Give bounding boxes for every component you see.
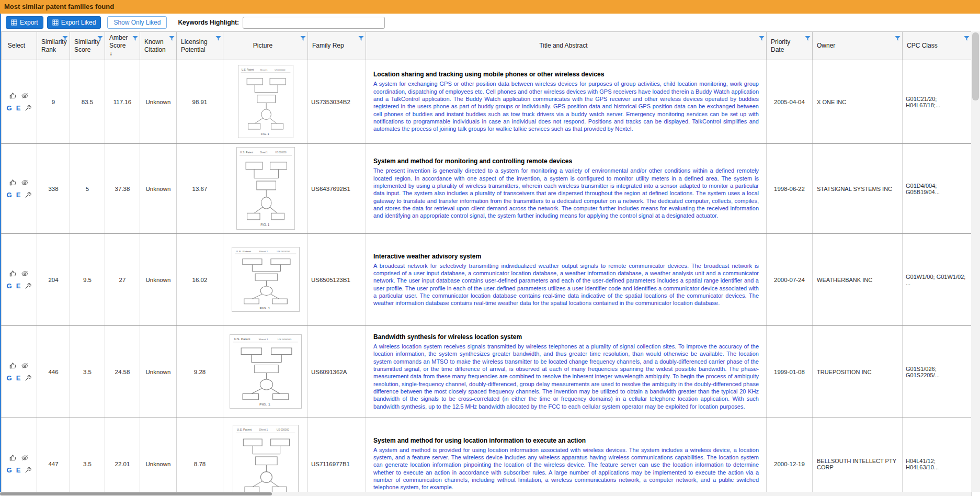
- picture-cell: U.S. Patent Sheet 1 US 000000: [223, 418, 308, 496]
- table-row: G E 447 3.5: [2, 418, 972, 496]
- patent-title: Bandwidth synthesis for wireless locatio…: [373, 333, 759, 341]
- amber-score-value: 37.38: [105, 144, 140, 234]
- export-spreadsheet-icon: [11, 19, 17, 26]
- vertical-scrollbar[interactable]: [971, 31, 980, 492]
- eye-off-icon[interactable]: [21, 92, 29, 99]
- column-header-select[interactable]: Select: [2, 32, 37, 60]
- espacenet-link[interactable]: E: [16, 374, 21, 382]
- espacenet-link[interactable]: E: [16, 104, 21, 112]
- page-title: Most similar patent families found: [0, 0, 980, 14]
- patent-drawing-thumbnail[interactable]: U.S. Patent Sheet 1 US 000000: [233, 425, 299, 496]
- espacenet-link[interactable]: E: [16, 466, 21, 474]
- filter-icon[interactable]: [358, 36, 364, 41]
- column-header-priority-date[interactable]: Priority Date: [767, 32, 813, 60]
- known-citation-value: Unknown: [140, 326, 177, 418]
- similarity-rank-value: 204: [37, 234, 70, 326]
- patent-drawing-thumbnail[interactable]: U.S. Patent Sheet 1 US 000000: [238, 65, 293, 138]
- column-header-similarity-rank[interactable]: Similarity Rank: [37, 32, 70, 60]
- cpc-class-value: G01C21/20; H04L67/18;...: [903, 60, 972, 144]
- show-only-liked-label: Show Only Liked: [113, 19, 161, 26]
- filter-icon[interactable]: [964, 36, 970, 41]
- google-patents-link[interactable]: G: [7, 466, 12, 474]
- similarity-score-value: 3.5: [70, 326, 105, 418]
- eye-off-icon[interactable]: [21, 179, 29, 186]
- google-patents-link[interactable]: G: [7, 282, 12, 290]
- patent-title: Interactive weather advisory system: [373, 253, 759, 260]
- filter-icon[interactable]: [895, 36, 901, 41]
- svg-text:Sheet 1: Sheet 1: [260, 151, 268, 153]
- tools-icon[interactable]: [25, 283, 31, 289]
- horizontal-scrollbar[interactable]: [0, 492, 971, 496]
- filter-icon[interactable]: [97, 36, 103, 41]
- similarity-score-value: 9.5: [70, 234, 105, 326]
- svg-text:Sheet 1: Sheet 1: [260, 68, 268, 71]
- select-cell: G E: [2, 60, 37, 144]
- title-abstract-cell: Location sharing and tracking using mobi…: [366, 60, 767, 144]
- owner-value: BELLSOUTH INTELLECT PTY CORP: [813, 418, 903, 496]
- filter-icon[interactable]: [169, 36, 175, 41]
- export-button[interactable]: Export: [6, 16, 43, 29]
- horizontal-scrollbar-thumb[interactable]: [0, 492, 272, 495]
- column-header-known-citation[interactable]: Known Citation: [140, 32, 177, 60]
- tools-icon[interactable]: [25, 191, 31, 198]
- column-header-cpc-class[interactable]: CPC Class: [903, 32, 972, 60]
- patent-results-table: Select Similarity Rank Similarity Score …: [1, 31, 972, 496]
- known-citation-value: Unknown: [140, 418, 177, 496]
- filter-icon[interactable]: [300, 36, 306, 41]
- export-liked-button[interactable]: Export Liked: [47, 16, 101, 29]
- thumbs-up-icon[interactable]: [9, 454, 17, 461]
- filter-icon[interactable]: [805, 36, 811, 41]
- vertical-scrollbar-thumb[interactable]: [972, 32, 979, 100]
- column-header-amber-score[interactable]: Amber Score ↓: [105, 32, 140, 60]
- column-header-picture[interactable]: Picture: [223, 32, 308, 60]
- tools-icon[interactable]: [25, 105, 31, 111]
- select-cell: G E: [2, 326, 37, 418]
- filter-icon[interactable]: [759, 36, 765, 41]
- column-header-similarity-score[interactable]: Similarity Score: [70, 32, 105, 60]
- title-abstract-cell: System and method for monitoring and con…: [366, 144, 767, 234]
- column-header-licensing-potential[interactable]: Licensing Potential: [177, 32, 223, 60]
- patent-abstract: A system and method is provided for usin…: [373, 446, 759, 491]
- filter-icon[interactable]: [132, 36, 138, 41]
- licensing-potential-value: 9.28: [177, 326, 223, 418]
- google-patents-link[interactable]: G: [7, 191, 12, 199]
- thumbs-up-icon[interactable]: [9, 179, 17, 186]
- google-patents-link[interactable]: G: [7, 374, 12, 382]
- priority-date-value: 2000-07-24: [767, 234, 813, 326]
- eye-off-icon[interactable]: [21, 270, 29, 277]
- owner-value: X ONE INC: [813, 60, 903, 144]
- google-patents-link[interactable]: G: [7, 104, 12, 112]
- tools-icon[interactable]: [25, 467, 31, 474]
- filter-icon[interactable]: [62, 36, 68, 41]
- thumbs-up-icon[interactable]: [9, 362, 17, 369]
- table-row: G E 204 9.5: [2, 234, 972, 326]
- priority-date-value: 1998-06-22: [767, 144, 813, 234]
- column-header-title-abstract[interactable]: Title and Abstract: [366, 32, 767, 60]
- svg-text:FIG. 1: FIG. 1: [260, 132, 269, 135]
- eye-off-icon[interactable]: [21, 362, 29, 369]
- espacenet-link[interactable]: E: [16, 282, 21, 290]
- eye-off-icon[interactable]: [21, 454, 29, 461]
- licensing-potential-value: 13.67: [177, 144, 223, 234]
- owner-value: STATSIGNAL SYSTEMS INC: [813, 144, 903, 234]
- column-header-owner[interactable]: Owner: [813, 32, 903, 60]
- espacenet-link[interactable]: E: [16, 191, 21, 199]
- patent-drawing-thumbnail[interactable]: U.S. Patent Sheet 1 US 000000: [236, 147, 295, 230]
- thumbs-up-icon[interactable]: [9, 92, 17, 99]
- keywords-highlight-input[interactable]: [243, 17, 385, 29]
- similarity-score-value: 3.5: [70, 418, 105, 496]
- filter-icon[interactable]: [215, 36, 221, 41]
- table-row: G E 446 3.5: [2, 326, 972, 418]
- show-only-liked-button[interactable]: Show Only Liked: [107, 16, 167, 29]
- cpc-class-value: G01W1/00; G01W1/02; ...: [903, 234, 972, 326]
- patent-abstract: A system for exchanging GPS or other pos…: [373, 80, 759, 132]
- patent-drawing-thumbnail[interactable]: U.S. Patent Sheet 1 US 000000: [230, 334, 302, 409]
- licensing-potential-value: 8.78: [177, 418, 223, 496]
- svg-text:FIG. 1: FIG. 1: [260, 223, 269, 227]
- select-cell: G E: [2, 234, 37, 326]
- patent-drawing-thumbnail[interactable]: U.S. Patent Sheet 1 US 000000: [232, 247, 300, 312]
- tools-icon[interactable]: [25, 375, 31, 381]
- thumbs-up-icon[interactable]: [9, 270, 17, 277]
- column-header-family-rep[interactable]: Family Rep: [308, 32, 366, 60]
- licensing-potential-value: 98.91: [177, 60, 223, 144]
